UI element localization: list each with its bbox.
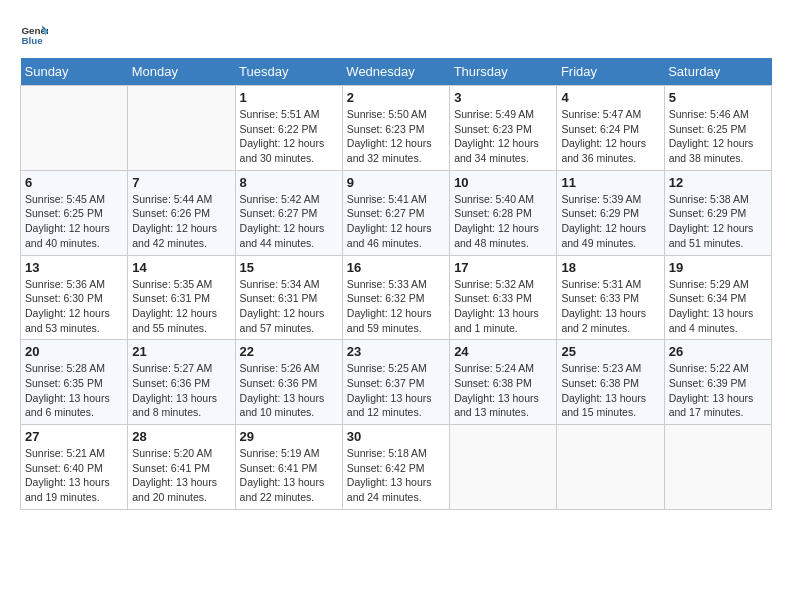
day-info: Sunrise: 5:44 AMSunset: 6:26 PMDaylight:… (132, 192, 230, 251)
day-number: 10 (454, 175, 552, 190)
day-number: 8 (240, 175, 338, 190)
svg-text:Blue: Blue (21, 35, 43, 46)
day-info: Sunrise: 5:47 AMSunset: 6:24 PMDaylight:… (561, 107, 659, 166)
logo-icon: General Blue (20, 20, 48, 48)
calendar-cell: 23Sunrise: 5:25 AMSunset: 6:37 PMDayligh… (342, 340, 449, 425)
calendar-cell: 6Sunrise: 5:45 AMSunset: 6:25 PMDaylight… (21, 170, 128, 255)
day-info: Sunrise: 5:31 AMSunset: 6:33 PMDaylight:… (561, 277, 659, 336)
weekday-header-wednesday: Wednesday (342, 58, 449, 86)
calendar-cell: 8Sunrise: 5:42 AMSunset: 6:27 PMDaylight… (235, 170, 342, 255)
day-info: Sunrise: 5:40 AMSunset: 6:28 PMDaylight:… (454, 192, 552, 251)
day-info: Sunrise: 5:46 AMSunset: 6:25 PMDaylight:… (669, 107, 767, 166)
calendar-cell: 21Sunrise: 5:27 AMSunset: 6:36 PMDayligh… (128, 340, 235, 425)
day-number: 19 (669, 260, 767, 275)
calendar-table: SundayMondayTuesdayWednesdayThursdayFrid… (20, 58, 772, 510)
calendar-cell: 4Sunrise: 5:47 AMSunset: 6:24 PMDaylight… (557, 86, 664, 171)
day-info: Sunrise: 5:18 AMSunset: 6:42 PMDaylight:… (347, 446, 445, 505)
calendar-cell: 25Sunrise: 5:23 AMSunset: 6:38 PMDayligh… (557, 340, 664, 425)
day-info: Sunrise: 5:39 AMSunset: 6:29 PMDaylight:… (561, 192, 659, 251)
weekday-header-tuesday: Tuesday (235, 58, 342, 86)
calendar-cell: 26Sunrise: 5:22 AMSunset: 6:39 PMDayligh… (664, 340, 771, 425)
day-number: 1 (240, 90, 338, 105)
day-info: Sunrise: 5:49 AMSunset: 6:23 PMDaylight:… (454, 107, 552, 166)
calendar-cell: 17Sunrise: 5:32 AMSunset: 6:33 PMDayligh… (450, 255, 557, 340)
day-number: 9 (347, 175, 445, 190)
day-number: 3 (454, 90, 552, 105)
day-info: Sunrise: 5:23 AMSunset: 6:38 PMDaylight:… (561, 361, 659, 420)
day-number: 2 (347, 90, 445, 105)
weekday-header-sunday: Sunday (21, 58, 128, 86)
calendar-cell: 24Sunrise: 5:24 AMSunset: 6:38 PMDayligh… (450, 340, 557, 425)
day-number: 7 (132, 175, 230, 190)
calendar-cell: 15Sunrise: 5:34 AMSunset: 6:31 PMDayligh… (235, 255, 342, 340)
weekday-header-saturday: Saturday (664, 58, 771, 86)
day-info: Sunrise: 5:27 AMSunset: 6:36 PMDaylight:… (132, 361, 230, 420)
calendar-cell: 19Sunrise: 5:29 AMSunset: 6:34 PMDayligh… (664, 255, 771, 340)
day-info: Sunrise: 5:38 AMSunset: 6:29 PMDaylight:… (669, 192, 767, 251)
day-number: 21 (132, 344, 230, 359)
day-info: Sunrise: 5:35 AMSunset: 6:31 PMDaylight:… (132, 277, 230, 336)
day-info: Sunrise: 5:28 AMSunset: 6:35 PMDaylight:… (25, 361, 123, 420)
day-info: Sunrise: 5:51 AMSunset: 6:22 PMDaylight:… (240, 107, 338, 166)
day-info: Sunrise: 5:41 AMSunset: 6:27 PMDaylight:… (347, 192, 445, 251)
day-number: 30 (347, 429, 445, 444)
day-number: 12 (669, 175, 767, 190)
calendar-cell (21, 86, 128, 171)
day-number: 11 (561, 175, 659, 190)
day-info: Sunrise: 5:22 AMSunset: 6:39 PMDaylight:… (669, 361, 767, 420)
day-info: Sunrise: 5:33 AMSunset: 6:32 PMDaylight:… (347, 277, 445, 336)
day-info: Sunrise: 5:36 AMSunset: 6:30 PMDaylight:… (25, 277, 123, 336)
day-number: 5 (669, 90, 767, 105)
day-number: 27 (25, 429, 123, 444)
day-info: Sunrise: 5:34 AMSunset: 6:31 PMDaylight:… (240, 277, 338, 336)
calendar-cell: 11Sunrise: 5:39 AMSunset: 6:29 PMDayligh… (557, 170, 664, 255)
calendar-cell (128, 86, 235, 171)
calendar-cell: 10Sunrise: 5:40 AMSunset: 6:28 PMDayligh… (450, 170, 557, 255)
day-number: 28 (132, 429, 230, 444)
day-number: 24 (454, 344, 552, 359)
day-info: Sunrise: 5:20 AMSunset: 6:41 PMDaylight:… (132, 446, 230, 505)
day-number: 29 (240, 429, 338, 444)
day-info: Sunrise: 5:21 AMSunset: 6:40 PMDaylight:… (25, 446, 123, 505)
logo: General Blue (20, 20, 52, 48)
calendar-week-row: 27Sunrise: 5:21 AMSunset: 6:40 PMDayligh… (21, 425, 772, 510)
calendar-week-row: 1Sunrise: 5:51 AMSunset: 6:22 PMDaylight… (21, 86, 772, 171)
calendar-cell: 30Sunrise: 5:18 AMSunset: 6:42 PMDayligh… (342, 425, 449, 510)
calendar-cell: 20Sunrise: 5:28 AMSunset: 6:35 PMDayligh… (21, 340, 128, 425)
weekday-header-row: SundayMondayTuesdayWednesdayThursdayFrid… (21, 58, 772, 86)
day-number: 23 (347, 344, 445, 359)
day-number: 17 (454, 260, 552, 275)
calendar-cell: 28Sunrise: 5:20 AMSunset: 6:41 PMDayligh… (128, 425, 235, 510)
day-info: Sunrise: 5:24 AMSunset: 6:38 PMDaylight:… (454, 361, 552, 420)
calendar-cell: 9Sunrise: 5:41 AMSunset: 6:27 PMDaylight… (342, 170, 449, 255)
day-info: Sunrise: 5:26 AMSunset: 6:36 PMDaylight:… (240, 361, 338, 420)
calendar-cell: 7Sunrise: 5:44 AMSunset: 6:26 PMDaylight… (128, 170, 235, 255)
calendar-cell: 1Sunrise: 5:51 AMSunset: 6:22 PMDaylight… (235, 86, 342, 171)
calendar-cell: 12Sunrise: 5:38 AMSunset: 6:29 PMDayligh… (664, 170, 771, 255)
day-info: Sunrise: 5:29 AMSunset: 6:34 PMDaylight:… (669, 277, 767, 336)
day-number: 13 (25, 260, 123, 275)
calendar-cell: 14Sunrise: 5:35 AMSunset: 6:31 PMDayligh… (128, 255, 235, 340)
day-info: Sunrise: 5:50 AMSunset: 6:23 PMDaylight:… (347, 107, 445, 166)
day-info: Sunrise: 5:32 AMSunset: 6:33 PMDaylight:… (454, 277, 552, 336)
weekday-header-friday: Friday (557, 58, 664, 86)
calendar-cell: 18Sunrise: 5:31 AMSunset: 6:33 PMDayligh… (557, 255, 664, 340)
weekday-header-monday: Monday (128, 58, 235, 86)
weekday-header-thursday: Thursday (450, 58, 557, 86)
calendar-cell: 13Sunrise: 5:36 AMSunset: 6:30 PMDayligh… (21, 255, 128, 340)
calendar-cell: 5Sunrise: 5:46 AMSunset: 6:25 PMDaylight… (664, 86, 771, 171)
day-number: 14 (132, 260, 230, 275)
calendar-cell (557, 425, 664, 510)
calendar-cell: 27Sunrise: 5:21 AMSunset: 6:40 PMDayligh… (21, 425, 128, 510)
day-number: 22 (240, 344, 338, 359)
calendar-cell: 22Sunrise: 5:26 AMSunset: 6:36 PMDayligh… (235, 340, 342, 425)
day-number: 15 (240, 260, 338, 275)
day-info: Sunrise: 5:45 AMSunset: 6:25 PMDaylight:… (25, 192, 123, 251)
day-number: 26 (669, 344, 767, 359)
day-number: 4 (561, 90, 659, 105)
calendar-cell: 16Sunrise: 5:33 AMSunset: 6:32 PMDayligh… (342, 255, 449, 340)
page-header: General Blue (20, 20, 772, 48)
calendar-cell (450, 425, 557, 510)
day-info: Sunrise: 5:25 AMSunset: 6:37 PMDaylight:… (347, 361, 445, 420)
calendar-cell: 29Sunrise: 5:19 AMSunset: 6:41 PMDayligh… (235, 425, 342, 510)
